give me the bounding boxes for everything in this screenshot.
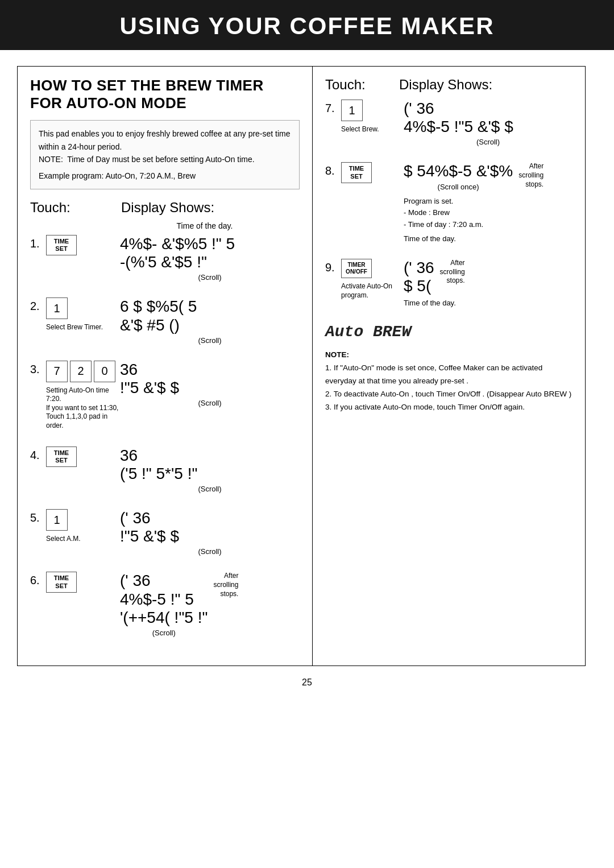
step-5-touch: 1 Select A.M. bbox=[46, 509, 120, 544]
number-button-0[interactable]: 0 bbox=[94, 361, 115, 382]
step-8-after: Afterscrollingstops. bbox=[518, 162, 544, 189]
step-3-display-text2: !"5 &'$ $ bbox=[120, 379, 300, 397]
page-number: 25 bbox=[0, 666, 614, 693]
auto-brew-text: Auto BREW bbox=[325, 323, 572, 341]
step-3-sublabel: Setting Auto-On time 7:20.If you want to… bbox=[46, 386, 120, 431]
time-set-button-4[interactable]: TIMESET bbox=[46, 447, 77, 467]
step-5-row: 5. 1 Select A.M. (' 36 !"5 &'$ $ (Scroll… bbox=[30, 509, 300, 556]
step-5-display-prefix: (' 36 bbox=[120, 509, 300, 527]
step-3-display: 36 !"5 &'$ $ (Scroll) bbox=[120, 361, 300, 407]
step-2-scroll: (Scroll) bbox=[120, 336, 300, 345]
step-4-row: 4. TIMESET 36 ('5 !" 5*'5 !" (Scroll) bbox=[30, 447, 300, 493]
step-9-display-row: (' 36 $ 5( Afterscrollingstops. bbox=[404, 259, 572, 295]
page-header: USING YOUR COFFEE MAKER bbox=[0, 0, 614, 50]
right-column: Touch: Display Shows: 7. 1 Select Brew. … bbox=[313, 66, 586, 666]
step-7-row: 7. 1 Select Brew. (' 36 4%$-5 !"5 &'$ $ … bbox=[325, 100, 572, 146]
right-touch-col-label: Touch: bbox=[325, 77, 399, 93]
step-6-display-text2: 4%$-5 !" 5 bbox=[120, 590, 208, 609]
step-1-row: 1. TIMESET 4%$- &'$%5 !" 5 -(%'5 &'$5 !"… bbox=[30, 235, 300, 282]
step-3-scroll: (Scroll) bbox=[120, 399, 300, 407]
step-8-scroll: (Scroll once) bbox=[404, 183, 513, 191]
step-9-display: (' 36 $ 5( Afterscrollingstops. Time of … bbox=[404, 259, 572, 307]
touch-display-header: Touch: Display Shows: bbox=[30, 200, 300, 216]
step-1-scroll: (Scroll) bbox=[120, 273, 300, 282]
note-title: NOTE: bbox=[325, 349, 572, 362]
step-6-after: Afterscrollingstops. bbox=[213, 572, 238, 598]
step-7-display: (' 36 4%$-5 !"5 &'$ $ (Scroll) bbox=[404, 100, 572, 146]
note-3: 3. If you activate Auto-On mode, touch T… bbox=[325, 401, 572, 414]
step-2-display-text1: 6 $ $%5( 5 bbox=[120, 297, 300, 316]
step-4-number: 4. bbox=[30, 449, 46, 462]
step-9-time-of-day: Time of the day. bbox=[404, 299, 572, 307]
notes-section: NOTE: 1. If "Auto-On" mode is set once, … bbox=[325, 349, 572, 414]
step-1-display-text1: 4%$- &'$%5 !" 5 bbox=[120, 235, 300, 253]
step-8-display-main: $ 54%$-5 &'$% (Scroll once) bbox=[404, 162, 513, 191]
step-4-display-text2: ('5 !" 5*'5 !" bbox=[120, 465, 300, 483]
step-1-display-text2: -(%'5 &'$5 !" bbox=[120, 253, 300, 271]
time-set-button-1[interactable]: TIMESET bbox=[46, 235, 77, 255]
step-2-display-text2: &'$ #5 () bbox=[120, 316, 300, 334]
number-button-1-step5[interactable]: 1 bbox=[46, 509, 68, 531]
step-7-number: 7. bbox=[325, 102, 341, 115]
step-4-display-text1: 36 bbox=[120, 447, 300, 465]
step-9-row: 9. TIMERON/OFF Activate Auto-On program.… bbox=[325, 259, 572, 307]
step-9-number: 9. bbox=[325, 261, 341, 274]
time-set-button-6[interactable]: TIMESET bbox=[46, 572, 77, 592]
step-3-touch: 7 2 0 Setting Auto-On time 7:20.If you w… bbox=[46, 361, 120, 431]
step-9-after: Afterscrollingstops. bbox=[440, 259, 465, 286]
example-text: Example program: Auto-On, 7:20 A.M., Bre… bbox=[39, 170, 291, 182]
step-1-display: 4%$- &'$%5 !" 5 -(%'5 &'$5 !" (Scroll) bbox=[120, 235, 300, 282]
step-2-touch: 1 Select Brew Timer. bbox=[46, 297, 120, 332]
step-5-scroll: (Scroll) bbox=[120, 547, 300, 556]
step-8-program-info: Program is set.- Mode : Brew- Time of da… bbox=[404, 196, 572, 231]
note-1: 1. If "Auto-On" mode is set once, Coffee… bbox=[325, 362, 572, 388]
step-8-row: 8. TIMESET $ 54%$-5 &'$% (Scroll once) A… bbox=[325, 162, 572, 243]
step-8-time-of-day: Time of the day. bbox=[404, 234, 572, 243]
left-column: HOW TO SET THE BREW TIMER FOR AUTO-ON MO… bbox=[17, 66, 313, 666]
note-2: 2. To deactivate Auto-On , touch Timer O… bbox=[325, 388, 572, 401]
step-9-sublabel: Activate Auto-On program. bbox=[341, 282, 404, 300]
step-2-row: 2. 1 Select Brew Timer. 6 $ $%5( 5 &'$ #… bbox=[30, 297, 300, 344]
step-7-display-text1: (' 36 bbox=[404, 100, 572, 118]
step-1-number: 1. bbox=[30, 237, 46, 250]
step-6-display-row: (' 36 4%$-5 !" 5 '(++54( !"5 !" (Scroll)… bbox=[120, 572, 300, 637]
step-8-display: $ 54%$-5 &'$% (Scroll once) Afterscrolli… bbox=[404, 162, 572, 243]
step-5-sublabel: Select A.M. bbox=[46, 535, 81, 544]
step-6-touch: TIMESET bbox=[46, 572, 120, 592]
step-6-row: 6. TIMESET (' 36 4%$-5 !" 5 '(++54( !"5 … bbox=[30, 572, 300, 637]
number-button-1-step7[interactable]: 1 bbox=[341, 100, 363, 121]
step-8-touch: TIMESET bbox=[341, 162, 404, 183]
display-col-label: Display Shows: bbox=[121, 200, 214, 216]
timer-onoff-button[interactable]: TIMERON/OFF bbox=[341, 259, 372, 278]
step-4-touch: TIMESET bbox=[46, 447, 120, 467]
intro-text: This pad enables you to enjoy freshly br… bbox=[39, 127, 291, 166]
step-4-display: 36 ('5 !" 5*'5 !" (Scroll) bbox=[120, 447, 300, 493]
step-8-display-text1: $ 54%$-5 &'$% bbox=[404, 162, 513, 180]
step-4-scroll: (Scroll) bbox=[120, 485, 300, 493]
step-7-scroll: (Scroll) bbox=[404, 138, 572, 146]
intro-box: This pad enables you to enjoy freshly br… bbox=[30, 120, 300, 189]
time-set-button-8[interactable]: TIMESET bbox=[341, 162, 372, 183]
right-display-col-label: Display Shows: bbox=[399, 77, 492, 93]
step-6-number: 6. bbox=[30, 574, 46, 587]
section-title: HOW TO SET THE BREW TIMER FOR AUTO-ON MO… bbox=[30, 77, 300, 112]
step-3-row: 3. 7 2 0 Setting Auto-On time 7:20.If yo… bbox=[30, 361, 300, 431]
step-6-display-text3: '(++54( !"5 !" bbox=[120, 609, 208, 627]
step-2-number: 2. bbox=[30, 300, 46, 313]
step-6-display-main: (' 36 4%$-5 !" 5 '(++54( !"5 !" (Scroll) bbox=[120, 572, 208, 637]
right-touch-display-header: Touch: Display Shows: bbox=[325, 77, 572, 93]
step-3-number: 3. bbox=[30, 363, 46, 376]
step-8-display-row: $ 54%$-5 &'$% (Scroll once) Afterscrolli… bbox=[404, 162, 572, 191]
step-7-display-text2: 4%$-5 !"5 &'$ $ bbox=[404, 118, 572, 136]
step-5-display: (' 36 !"5 &'$ $ (Scroll) bbox=[120, 509, 300, 556]
step-9-display-text2: $ 5( bbox=[404, 277, 434, 295]
step-7-sublabel: Select Brew. bbox=[341, 125, 379, 134]
number-button-1-step2[interactable]: 1 bbox=[46, 297, 68, 319]
step-2-display: 6 $ $%5( 5 &'$ #5 () (Scroll) bbox=[120, 297, 300, 344]
number-button-7[interactable]: 7 bbox=[46, 361, 68, 382]
step-9-display-main: (' 36 $ 5( bbox=[404, 259, 434, 295]
step-9-display-text1: (' 36 bbox=[404, 259, 434, 277]
step-3-btn-row: 7 2 0 bbox=[46, 361, 115, 382]
number-button-2[interactable]: 2 bbox=[70, 361, 92, 382]
time-of-day-line: Time of the day. bbox=[110, 221, 300, 230]
